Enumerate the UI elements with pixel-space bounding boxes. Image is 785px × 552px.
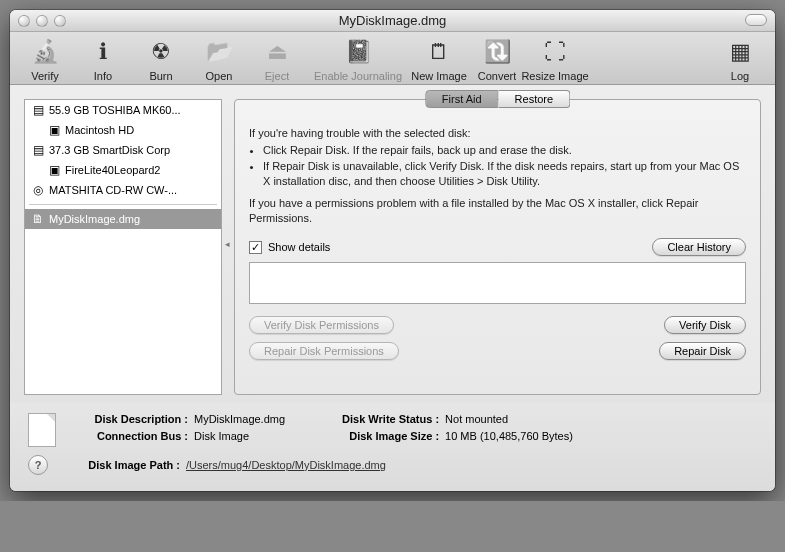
burn-tool[interactable]: ☢︎Burn: [134, 36, 188, 82]
help-intro: If you're having trouble with the select…: [249, 126, 746, 141]
write-key: Disk Write Status :: [321, 411, 439, 428]
write-value: Not mounted: [445, 411, 508, 428]
enable-journaling-tool-icon: 📓: [342, 36, 374, 68]
disk-smartdisk[interactable]: ▤37.3 GB SmartDisk Corp: [25, 140, 221, 160]
convert-tool-icon: 🔃: [481, 36, 513, 68]
toolbar: 🔬Verifyℹ︎Info☢︎Burn📂Open⏏︎Eject📓Enable J…: [10, 32, 775, 85]
log-output[interactable]: [249, 262, 746, 304]
open-tool-icon: 📂: [203, 36, 235, 68]
enable-journaling-tool[interactable]: 📓Enable Journaling: [308, 36, 408, 82]
size-key: Disk Image Size :: [321, 428, 439, 445]
volume-firelite-label: FireLite40Leopard2: [65, 164, 160, 176]
repair-permissions-button[interactable]: Repair Disk Permissions: [249, 342, 399, 360]
volume-firelite[interactable]: ▣FireLite40Leopard2: [25, 160, 221, 180]
info-tool-label: Info: [94, 70, 112, 82]
window-title: MyDiskImage.dmg: [10, 13, 775, 28]
verify-permissions-button[interactable]: Verify Disk Permissions: [249, 316, 394, 334]
path-key: Disk Image Path :: [62, 457, 180, 474]
minimize-button[interactable]: [36, 15, 48, 27]
content-area: ▤55.9 GB TOSHIBA MK60...▣Macintosh HD▤37…: [10, 85, 775, 403]
disk-toshiba-icon: ▤: [31, 103, 45, 117]
open-tool-label: Open: [206, 70, 233, 82]
help-bullet-2: If Repair Disk is unavailable, click Ver…: [263, 159, 746, 190]
help-bullet-1: Click Repair Disk. If the repair fails, …: [263, 143, 746, 158]
desc-key: Disk Description :: [70, 411, 188, 428]
disk-matshita[interactable]: ◎MATSHITA CD-RW CW-...: [25, 180, 221, 200]
verify-tool[interactable]: 🔬Verify: [18, 36, 72, 82]
resize-image-tool-icon: ⛶: [539, 36, 571, 68]
toolbar-toggle-button[interactable]: [745, 14, 767, 26]
show-details-label: Show details: [268, 241, 330, 253]
enable-journaling-tool-label: Enable Journaling: [314, 70, 402, 82]
clear-history-button[interactable]: Clear History: [652, 238, 746, 256]
desc-value: MyDiskImage.dmg: [194, 411, 285, 428]
image-mydiskimage-icon: 🗎: [31, 212, 45, 226]
new-image-tool-icon: 🗒: [423, 36, 455, 68]
zoom-button[interactable]: [54, 15, 66, 27]
eject-tool-icon: ⏏︎: [261, 36, 293, 68]
disk-sidebar[interactable]: ▤55.9 GB TOSHIBA MK60...▣Macintosh HD▤37…: [24, 99, 222, 395]
volume-macintosh-hd[interactable]: ▣Macintosh HD: [25, 120, 221, 140]
bus-value: Disk Image: [194, 428, 249, 445]
info-tool[interactable]: ℹ︎Info: [76, 36, 130, 82]
open-tool[interactable]: 📂Open: [192, 36, 246, 82]
tab-restore[interactable]: Restore: [499, 90, 571, 108]
verify-tool-label: Verify: [31, 70, 59, 82]
info-area: Disk Description :MyDiskImage.dmg Connec…: [10, 403, 775, 491]
new-image-tool-label: New Image: [411, 70, 467, 82]
traffic-lights: [10, 15, 66, 27]
disk-toshiba[interactable]: ▤55.9 GB TOSHIBA MK60...: [25, 100, 221, 120]
burn-tool-label: Burn: [149, 70, 172, 82]
new-image-tool[interactable]: 🗒New Image: [412, 36, 466, 82]
bus-key: Connection Bus :: [70, 428, 188, 445]
close-button[interactable]: [18, 15, 30, 27]
resize-image-tool[interactable]: ⛶Resize Image: [528, 36, 582, 82]
disk-smartdisk-icon: ▤: [31, 143, 45, 157]
volume-firelite-icon: ▣: [47, 163, 61, 177]
size-value: 10 MB (10,485,760 Bytes): [445, 428, 573, 445]
log-icon: ▦: [724, 36, 756, 68]
first-aid-help: If you're having trouble with the select…: [249, 126, 746, 226]
disk-matshita-label: MATSHITA CD-RW CW-...: [49, 184, 177, 196]
help-permissions: If you have a permissions problem with a…: [249, 196, 746, 227]
path-value[interactable]: /Users/mug4/Desktop/MyDiskImage.dmg: [186, 457, 386, 474]
volume-macintosh-hd-icon: ▣: [47, 123, 61, 137]
burn-tool-icon: ☢︎: [145, 36, 177, 68]
tab-bar: First Aid Restore: [425, 90, 570, 108]
log-tool[interactable]: ▦ Log: [713, 36, 767, 82]
tab-first-aid[interactable]: First Aid: [425, 90, 499, 108]
repair-disk-button[interactable]: Repair Disk: [659, 342, 746, 360]
log-label: Log: [731, 70, 749, 82]
help-button[interactable]: ?: [28, 455, 48, 475]
disk-utility-window: MyDiskImage.dmg 🔬Verifyℹ︎Info☢︎Burn📂Open…: [10, 10, 775, 491]
resize-image-tool-label: Resize Image: [521, 70, 588, 82]
convert-tool-label: Convert: [478, 70, 517, 82]
eject-tool-label: Eject: [265, 70, 289, 82]
volume-macintosh-hd-label: Macintosh HD: [65, 124, 134, 136]
sidebar-divider: [29, 204, 217, 205]
verify-tool-icon: 🔬: [29, 36, 61, 68]
convert-tool[interactable]: 🔃Convert: [470, 36, 524, 82]
info-tool-icon: ℹ︎: [87, 36, 119, 68]
image-mydiskimage[interactable]: 🗎MyDiskImage.dmg: [25, 209, 221, 229]
verify-disk-button[interactable]: Verify Disk: [664, 316, 746, 334]
disk-toshiba-label: 55.9 GB TOSHIBA MK60...: [49, 104, 181, 116]
show-details-checkbox[interactable]: ✓: [249, 241, 262, 254]
image-mydiskimage-label: MyDiskImage.dmg: [49, 213, 140, 225]
disk-image-icon: [28, 413, 56, 447]
disk-matshita-icon: ◎: [31, 183, 45, 197]
eject-tool[interactable]: ⏏︎Eject: [250, 36, 304, 82]
disk-smartdisk-label: 37.3 GB SmartDisk Corp: [49, 144, 170, 156]
titlebar: MyDiskImage.dmg: [10, 10, 775, 32]
main-panel: First Aid Restore If you're having troub…: [234, 99, 761, 395]
